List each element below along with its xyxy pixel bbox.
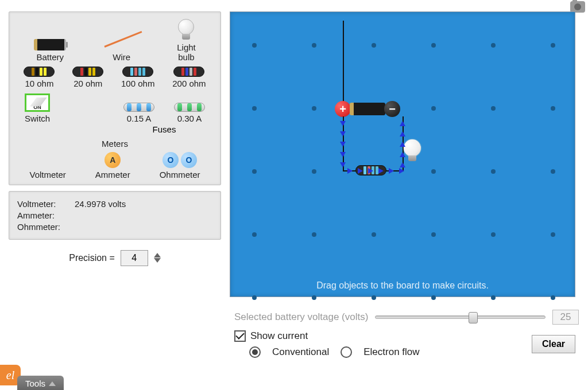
- conventional-radio[interactable]: [249, 346, 261, 358]
- ohmmeter-readout-label: Ohmmeter:: [17, 222, 75, 232]
- palette-lightbulb[interactable]: Light bulb: [177, 19, 196, 62]
- grid-dot: [312, 169, 316, 174]
- lightbulb-icon: [178, 19, 194, 41]
- resistor-icon: [173, 67, 204, 77]
- circuit-board[interactable]: + − Drag objects to the board to make ci…: [230, 11, 575, 297]
- meters-group-label: Meters: [15, 139, 215, 149]
- current-arrow-icon: [400, 131, 405, 136]
- palette-resistor-10[interactable]: 10 ohm: [24, 67, 55, 89]
- grid-dot: [252, 232, 257, 237]
- grid-dot: [431, 43, 436, 48]
- switch-icon: ON: [25, 93, 50, 112]
- grid-dot: [252, 106, 257, 111]
- board-hint-text: Drag objects to the board to make circui…: [230, 280, 575, 291]
- palette-label: Ammeter: [95, 170, 130, 180]
- precision-up-button[interactable]: [154, 253, 161, 258]
- grid-dot: [372, 43, 376, 48]
- current-arrow-icon: [340, 131, 346, 136]
- placed-battery[interactable]: + −: [335, 101, 400, 117]
- current-arrow-icon: [400, 142, 405, 147]
- battery-plus-terminal: +: [335, 101, 351, 117]
- current-arrow-icon: [400, 121, 405, 126]
- palette-ammeter[interactable]: A Ammeter: [95, 152, 130, 180]
- grid-dot: [312, 232, 316, 237]
- screenshot-button[interactable]: [570, 1, 585, 13]
- grid-dot: [431, 106, 436, 111]
- voltmeter-readout-value: 24.9978 volts: [75, 199, 126, 209]
- grid-dot: [372, 295, 376, 300]
- tools-tab[interactable]: Tools: [17, 376, 64, 390]
- resistor-icon: [24, 67, 55, 77]
- resistor-icon: [122, 67, 153, 77]
- palette-label: 0.30 A: [177, 114, 202, 124]
- current-arrow-icon: [400, 162, 405, 167]
- wire-icon: [105, 33, 139, 50]
- palette-voltmeter[interactable]: Voltmeter: [29, 152, 65, 180]
- voltmeter-readout-label: Voltmeter:: [17, 199, 75, 209]
- show-current-checkbox[interactable]: [234, 330, 246, 342]
- grid-dot: [312, 295, 316, 300]
- voltage-slider[interactable]: [375, 315, 546, 319]
- placed-lightbulb[interactable]: [404, 139, 421, 161]
- grid-dot: [491, 232, 496, 237]
- grid-dot: [431, 295, 436, 300]
- grid-dot: [491, 106, 496, 111]
- grid-dot: [312, 106, 316, 111]
- electron-flow-radio[interactable]: [341, 346, 352, 358]
- palette-wire[interactable]: Wire: [105, 33, 139, 63]
- palette-label: 200 ohm: [172, 79, 206, 89]
- resistor-icon: [72, 67, 103, 77]
- grid-dot: [312, 43, 316, 48]
- current-arrow-icon: [340, 152, 346, 157]
- clear-button[interactable]: Clear: [532, 335, 575, 353]
- ohmmeter-icon: O: [163, 152, 179, 168]
- current-arrow-icon: [340, 162, 346, 167]
- palette-fuse-030[interactable]: 0.30 A: [174, 103, 205, 124]
- voltage-value: 25: [552, 310, 579, 325]
- current-arrow-icon: [340, 121, 346, 126]
- grid-dot: [431, 232, 436, 237]
- ammeter-icon: A: [105, 152, 121, 168]
- voltage-slider-thumb[interactable]: [469, 312, 478, 323]
- grid-dot: [491, 169, 496, 174]
- grid-dot: [431, 169, 436, 174]
- grid-dot: [372, 232, 376, 237]
- fuse-icon: [123, 103, 154, 112]
- grid-dot: [551, 106, 555, 111]
- palette-label: Voltmeter: [29, 170, 65, 180]
- fuse-icon: [174, 103, 205, 112]
- palette-switch[interactable]: ON Switch: [25, 93, 50, 124]
- palette-ohmmeter[interactable]: OO Ohmmeter: [160, 152, 200, 180]
- grid-dot: [551, 169, 555, 174]
- precision-label: Precision =: [69, 253, 115, 263]
- palette-resistor-20[interactable]: 20 ohm: [72, 67, 103, 89]
- ammeter-readout-label: Ammeter:: [17, 210, 75, 220]
- electron-flow-label: Electron flow: [363, 346, 419, 358]
- palette-label: 0.15 A: [127, 114, 152, 124]
- grid-dot: [491, 43, 496, 48]
- grid-dot: [551, 295, 555, 300]
- palette-resistor-200[interactable]: 200 ohm: [172, 67, 206, 89]
- conventional-label: Conventional: [272, 346, 329, 358]
- chevron-up-icon: [49, 381, 56, 386]
- grid-dot: [551, 43, 555, 48]
- component-palette: Battery Wire Light bulb 10 ohm: [9, 11, 221, 185]
- grid-dot: [491, 295, 496, 300]
- palette-label: 20 ohm: [74, 79, 102, 89]
- battery-icon: [34, 39, 66, 50]
- precision-down-button[interactable]: [154, 258, 161, 263]
- current-arrow-icon: [368, 168, 373, 174]
- grid-dot: [252, 43, 257, 48]
- placed-wire[interactable]: [343, 21, 344, 108]
- palette-fuse-015[interactable]: 0.15 A: [123, 103, 154, 124]
- ohmmeter-icon: O: [181, 152, 197, 168]
- current-arrow-icon: [389, 168, 394, 174]
- palette-resistor-100[interactable]: 100 ohm: [121, 67, 154, 89]
- checkmark-icon: [235, 330, 245, 340]
- battery-minus-terminal: −: [384, 101, 400, 117]
- palette-battery[interactable]: Battery: [34, 39, 66, 63]
- grid-dot: [252, 295, 257, 300]
- battery-body: [350, 103, 385, 115]
- precision-input[interactable]: [121, 250, 148, 266]
- palette-label: 10 ohm: [25, 79, 53, 89]
